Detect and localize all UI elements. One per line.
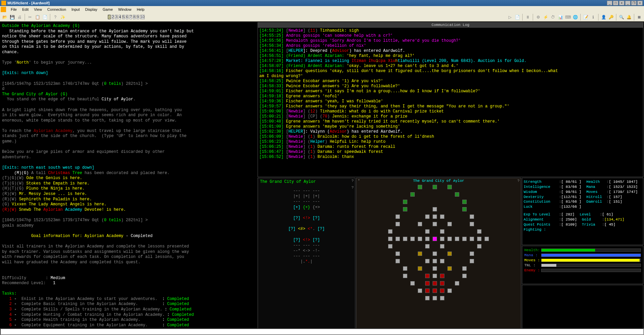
menu-connection[interactable]: Connection bbox=[45, 7, 69, 12]
toolbar-user-icon[interactable]: 👤 bbox=[600, 14, 607, 21]
moves-bar: Moves : bbox=[524, 258, 641, 262]
close-button[interactable]: × bbox=[619, 1, 624, 5]
menu-view[interactable]: View bbox=[31, 7, 45, 12]
world-tab-5[interactable]: 5 bbox=[122, 15, 125, 19]
health-bar: Health: bbox=[524, 248, 641, 252]
world-tab-9[interactable]: 9 bbox=[137, 15, 139, 19]
title-bar: MUSHclient - [Aardwolf] _ □ × _ ❐ × bbox=[0, 0, 644, 6]
help-icon[interactable]: ? bbox=[351, 179, 354, 183]
room-minimap-panel: The Grand City of Aylor ? ? --- --- ---|… bbox=[258, 178, 355, 335]
commlog-body[interactable]: [14:53:24] [Newbie] (11) Tinhamodik: sig… bbox=[258, 28, 643, 177]
toolbar-open-icon[interactable]: 📂 bbox=[1, 14, 8, 21]
ascii-map: --- --- ---|+| |+| |+|--- --- ---[+] {+}… bbox=[259, 185, 354, 327]
toolbar-paste-icon[interactable]: 📄 bbox=[41, 14, 48, 21]
toolbar-reconnect-icon[interactable]: ▷ bbox=[506, 14, 513, 21]
commlog-title: Communication Log bbox=[258, 23, 643, 28]
world-tab-3[interactable]: 3 bbox=[115, 15, 118, 19]
communication-log-panel: Communication Log [14:53:24] [Newbie] (1… bbox=[258, 22, 643, 177]
menu-display[interactable]: Display bbox=[82, 7, 100, 12]
map-area-title: The Grand City of Aylor bbox=[356, 179, 521, 183]
empty-panel bbox=[522, 285, 643, 335]
world-tab-8[interactable]: 8 bbox=[133, 15, 136, 19]
world-tab-4[interactable]: 4 bbox=[119, 15, 121, 19]
menu-bar: FileEditViewConnectionInputDisplayGameWi… bbox=[0, 6, 644, 13]
toolbar-aliases-icon[interactable]: ⚙ bbox=[535, 14, 541, 21]
app-menu-icon[interactable] bbox=[1, 7, 6, 12]
toolbar-find-icon[interactable]: 🔍 bbox=[618, 14, 625, 21]
toolbar-wand-icon[interactable]: ✨ bbox=[59, 14, 66, 21]
menu-window[interactable]: Window bbox=[116, 7, 134, 12]
world-tab-7[interactable]: 7 bbox=[129, 15, 132, 19]
toolbar-log-icon[interactable]: 📝 bbox=[582, 14, 589, 21]
world-tab-2[interactable]: 2 bbox=[112, 15, 114, 19]
toolbar-copy-icon[interactable]: 📋 bbox=[34, 14, 41, 21]
toolbar-stop-icon[interactable]: ⏹ bbox=[636, 14, 643, 21]
child-close-button[interactable]: × bbox=[637, 1, 643, 5]
main-output-pane[interactable]: Outside the Aylorian Academy (G) Standin… bbox=[1, 22, 257, 335]
toolbar-timers-icon[interactable]: ⏱ bbox=[550, 14, 556, 21]
toolbar-cut-icon[interactable]: ✂ bbox=[27, 14, 33, 21]
command-input-area bbox=[0, 328, 644, 335]
menu-game[interactable]: Game bbox=[100, 7, 116, 12]
enemy-bar: Enemy : bbox=[524, 268, 641, 272]
mana-bar: Mana : bbox=[524, 253, 641, 257]
menu-input[interactable]: Input bbox=[69, 7, 82, 12]
menu-file[interactable]: File bbox=[8, 7, 20, 12]
menu-edit[interactable]: Edit bbox=[20, 7, 31, 12]
maximize-button[interactable]: □ bbox=[613, 1, 618, 5]
graphical-map-panel[interactable]: * ? The Grand City of Aylor The Grand Ci… bbox=[356, 178, 521, 335]
health-bars-panel: Health:Mana :Moves :TNL :Enemy : bbox=[522, 246, 643, 284]
stats-panel: Strength : [ 80/61 ]Health : [ 1045/ 194… bbox=[522, 178, 643, 245]
tnl-bar: TNL : bbox=[524, 263, 641, 267]
child-restore-button[interactable]: ❐ bbox=[631, 1, 637, 5]
help-icon-2[interactable]: ? bbox=[351, 186, 354, 190]
command-input[interactable] bbox=[1, 329, 643, 334]
child-minimize-button[interactable]: _ bbox=[625, 1, 631, 5]
world-tab-1[interactable]: 1 bbox=[108, 15, 111, 19]
current-room-name: The Grand City of Aylor bbox=[259, 179, 354, 185]
toolbar-pause-icon[interactable]: ⏸ bbox=[524, 14, 531, 21]
toolbar-macros-icon[interactable]: ⌨ bbox=[564, 14, 571, 21]
toolbar-vars-icon[interactable]: 📊 bbox=[557, 14, 564, 21]
app-icon bbox=[1, 1, 6, 5]
toolbar: 📂 💾 🖨 ✂ 📋 📄 ? ✨ 1 2 3 4 5 6 7 8 9 10 ▷ 📄… bbox=[0, 13, 644, 22]
toolbar-bell-icon[interactable]: 🔔 bbox=[625, 14, 632, 21]
toolbar-help-icon[interactable]: ? bbox=[52, 14, 59, 21]
world-tab-6[interactable]: 6 bbox=[126, 15, 128, 19]
menu-help[interactable]: Help bbox=[134, 7, 147, 12]
toolbar-notes-icon[interactable]: 📄 bbox=[514, 14, 521, 21]
toolbar-key-icon[interactable]: 🔑 bbox=[608, 14, 614, 21]
toolbar-print-icon[interactable]: 🖨 bbox=[16, 14, 23, 21]
toolbar-save-icon[interactable]: 💾 bbox=[9, 14, 16, 21]
toolbar-triggers-icon[interactable]: ⚡ bbox=[542, 14, 549, 21]
world-tab-10[interactable]: 10 bbox=[140, 15, 145, 19]
minimize-button[interactable]: _ bbox=[607, 1, 612, 5]
toolbar-world-icon[interactable]: 🌐 bbox=[572, 14, 579, 21]
window-title: MUSHclient - [Aardwolf] bbox=[7, 1, 607, 5]
toolbar-info-icon[interactable]: ℹ bbox=[590, 14, 596, 21]
